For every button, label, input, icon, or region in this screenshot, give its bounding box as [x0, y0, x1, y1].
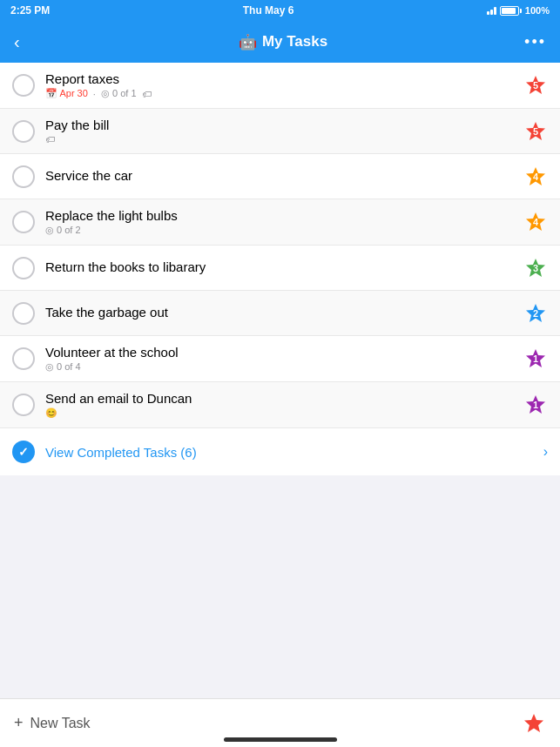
task-checkbox[interactable] — [12, 394, 35, 416]
wifi-icon — [487, 7, 496, 15]
nav-emoji: 🤖 — [239, 33, 257, 51]
task-title: Volunteer at the school — [45, 345, 523, 360]
status-time: 2:25 PM — [10, 4, 50, 17]
status-right: 100% — [487, 5, 550, 16]
task-checkbox[interactable] — [12, 165, 35, 188]
task-title: Take the garbage out — [45, 305, 523, 320]
task-checkbox[interactable] — [12, 347, 35, 370]
priority-number: 1 — [533, 353, 538, 364]
task-item[interactable]: Report taxes📅 Apr 30·◎ 0 of 1🏷 5 — [0, 63, 560, 109]
task-item[interactable]: Send an email to Duncan😊 1 — [0, 382, 560, 428]
task-meta: ◎ 0 of 4 — [45, 361, 523, 373]
task-meta: 📅 Apr 30·◎ 0 of 1🏷 — [45, 88, 523, 99]
priority-number: 5 — [533, 80, 538, 91]
task-item[interactable]: Pay the bill🏷 5 — [0, 109, 560, 154]
svg-marker-8 — [524, 714, 543, 732]
chevron-right-icon: › — [543, 444, 548, 460]
task-content: Volunteer at the school◎ 0 of 4 — [45, 345, 523, 373]
meta-separator: · — [93, 89, 96, 99]
task-checkbox[interactable] — [12, 211, 35, 233]
task-content: Service the car — [45, 168, 523, 185]
task-checkbox[interactable] — [12, 74, 35, 97]
task-content: Report taxes📅 Apr 30·◎ 0 of 1🏷 — [45, 71, 523, 99]
completed-check-icon: ✓ — [12, 441, 35, 463]
priority-badge[interactable]: 4 — [523, 210, 548, 234]
task-checkbox[interactable] — [12, 257, 35, 279]
task-tag: 🏷 — [142, 89, 152, 99]
task-item[interactable]: Volunteer at the school◎ 0 of 4 1 — [0, 336, 560, 382]
task-checkbox[interactable] — [12, 302, 35, 325]
priority-badge[interactable]: 2 — [523, 301, 548, 326]
task-title: Service the car — [45, 168, 523, 183]
task-title: Return the books to libarary — [45, 259, 523, 274]
plus-icon: + — [14, 714, 24, 732]
priority-badge[interactable]: 5 — [523, 73, 548, 98]
more-button[interactable]: ••• — [524, 33, 546, 51]
task-emoji: 😊 — [45, 407, 57, 419]
priority-number: 4 — [533, 217, 538, 227]
task-meta: 🏷 — [45, 134, 523, 145]
priority-number: 4 — [533, 172, 538, 182]
priority-number: 3 — [533, 263, 538, 273]
priority-number: 5 — [533, 126, 538, 137]
view-completed-button[interactable]: ✓ View Completed Tasks (6) › — [0, 428, 560, 475]
task-title: Replace the light bulbs — [45, 208, 523, 223]
priority-star-button[interactable] — [522, 711, 546, 736]
priority-number: 2 — [533, 308, 538, 319]
task-checkbox[interactable] — [12, 120, 35, 143]
battery-pct: 100% — [525, 5, 550, 16]
nav-title: 🤖 My Tasks — [239, 33, 327, 51]
new-task-label: New Task — [30, 716, 91, 731]
task-meta: 😊 — [45, 407, 523, 419]
task-subtask: ◎ 0 of 1 — [101, 88, 137, 99]
back-button[interactable]: ‹ — [14, 32, 42, 52]
task-subtask: ◎ 0 of 2 — [45, 225, 81, 236]
task-date: 📅 Apr 30 — [45, 88, 88, 99]
priority-badge[interactable]: 1 — [523, 347, 548, 371]
task-item[interactable]: Service the car 4 — [0, 154, 560, 199]
task-subtask: ◎ 0 of 4 — [45, 361, 81, 373]
priority-badge[interactable]: 3 — [523, 256, 548, 280]
task-tag: 🏷 — [45, 134, 55, 145]
task-item[interactable]: Take the garbage out 2 — [0, 291, 560, 336]
task-item[interactable]: Replace the light bulbs◎ 0 of 2 4 — [0, 199, 560, 246]
task-content: Take the garbage out — [45, 305, 523, 321]
nav-title-text: My Tasks — [262, 33, 327, 50]
nav-bar: ‹ 🤖 My Tasks ••• — [0, 21, 560, 63]
task-content: Pay the bill🏷 — [45, 118, 523, 145]
task-list: Report taxes📅 Apr 30·◎ 0 of 1🏷 5 Pay the… — [0, 63, 560, 428]
task-content: Send an email to Duncan😊 — [45, 391, 523, 419]
task-meta: ◎ 0 of 2 — [45, 225, 523, 236]
task-title: Report taxes — [45, 71, 523, 86]
priority-number: 1 — [533, 400, 538, 410]
task-item[interactable]: Return the books to libarary 3 — [0, 246, 560, 291]
priority-badge[interactable]: 1 — [523, 393, 548, 417]
status-bar: 2:25 PM Thu May 6 100% — [0, 0, 560, 21]
battery-icon — [500, 6, 522, 16]
task-title: Pay the bill — [45, 118, 523, 132]
view-completed-label: View Completed Tasks (6) — [45, 445, 543, 460]
priority-badge[interactable]: 4 — [523, 165, 548, 189]
status-day: Thu May 6 — [243, 4, 294, 17]
star-icon — [523, 712, 545, 735]
priority-badge[interactable]: 5 — [523, 119, 548, 144]
home-indicator — [224, 737, 337, 742]
task-content: Replace the light bulbs◎ 0 of 2 — [45, 208, 523, 236]
new-task-button[interactable]: + New Task — [14, 714, 91, 732]
task-title: Send an email to Duncan — [45, 391, 523, 406]
task-content: Return the books to libarary — [45, 259, 523, 276]
